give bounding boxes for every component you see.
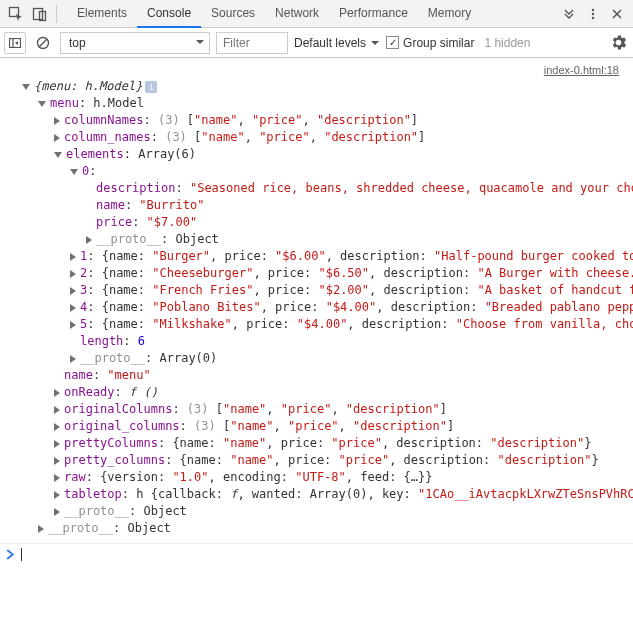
- disclosure-arrow[interactable]: [54, 423, 60, 431]
- disclosure-arrow[interactable]: [54, 457, 60, 465]
- array-length: (3): [194, 419, 216, 433]
- array-index: 4: [80, 300, 87, 314]
- object-preview: {name: "name", price: "price", descripti…: [172, 436, 591, 450]
- disclosure-arrow[interactable]: [22, 84, 30, 90]
- device-toggle-icon[interactable]: [28, 2, 52, 26]
- array-index: 2: [80, 266, 87, 280]
- checkbox-icon: ✓: [386, 36, 399, 49]
- svg-point-5: [592, 16, 594, 18]
- property-value: "menu": [107, 368, 150, 382]
- console-prompt[interactable]: [0, 543, 633, 565]
- object-preview: {version: "1.0", encoding: "UTF-8", feed…: [100, 470, 432, 484]
- property-key: raw: [64, 470, 86, 484]
- property-value: f (): [129, 385, 158, 399]
- property-key: price: [96, 215, 132, 229]
- array-index: 5: [80, 317, 87, 331]
- console-output: {menu: h.Model}i menu: h.Model columnNam…: [0, 76, 633, 543]
- property-key: __proto__: [64, 504, 129, 518]
- disclosure-arrow[interactable]: [70, 321, 76, 329]
- text-cursor: [21, 548, 22, 561]
- execution-context-select[interactable]: top: [60, 32, 210, 54]
- tab-network[interactable]: Network: [265, 0, 329, 28]
- toggle-sidebar-icon[interactable]: [4, 32, 26, 54]
- array-length: (3): [165, 130, 187, 144]
- property-value: Object: [175, 232, 218, 246]
- disclosure-arrow[interactable]: [70, 304, 76, 312]
- console-toolbar: top Default levels ✓ Group similar 1 hid…: [0, 28, 633, 58]
- close-devtools-icon[interactable]: [605, 2, 629, 26]
- chevron-down-icon: [370, 38, 380, 48]
- svg-point-4: [592, 12, 594, 14]
- disclosure-arrow[interactable]: [54, 508, 60, 516]
- group-similar-label: Group similar: [403, 36, 474, 50]
- svg-point-3: [592, 8, 594, 10]
- tab-performance[interactable]: Performance: [329, 0, 418, 28]
- property-key: elements: [66, 147, 124, 161]
- object-preview: {name: "Burger", price: "$6.00", descrip…: [102, 249, 633, 263]
- devtools-toolbar: Elements Console Sources Network Perform…: [0, 0, 633, 28]
- property-key: prettyColumns: [64, 436, 158, 450]
- gear-icon[interactable]: [607, 32, 629, 54]
- filter-input[interactable]: [216, 32, 288, 54]
- info-icon[interactable]: i: [145, 81, 157, 93]
- array-preview: ["name", "price", "description"]: [187, 113, 418, 127]
- tab-memory[interactable]: Memory: [418, 0, 481, 28]
- property-value: h.Model: [93, 96, 144, 110]
- tab-elements[interactable]: Elements: [67, 0, 137, 28]
- clear-console-icon[interactable]: [32, 32, 54, 54]
- context-value: top: [69, 36, 86, 50]
- property-key: name: [64, 368, 93, 382]
- object-preview: {name: "French Fries", price: "$2.00", d…: [102, 283, 633, 297]
- kebab-menu-icon[interactable]: [581, 2, 605, 26]
- object-preview: {name: "Poblano Bites", price: "$4.00", …: [102, 300, 633, 314]
- array-index: 1: [80, 249, 87, 263]
- property-key: __proto__: [96, 232, 161, 246]
- disclosure-arrow[interactable]: [70, 169, 78, 175]
- property-value: Object: [127, 521, 170, 535]
- disclosure-arrow[interactable]: [54, 491, 60, 499]
- disclosure-arrow[interactable]: [38, 525, 44, 533]
- group-similar-toggle[interactable]: ✓ Group similar: [386, 36, 474, 50]
- svg-rect-1: [34, 8, 43, 19]
- inspect-icon[interactable]: [4, 2, 28, 26]
- object-preview: {name: "Cheeseburger", price: "$6.50", d…: [102, 266, 633, 280]
- more-tabs-icon[interactable]: [557, 2, 581, 26]
- disclosure-arrow[interactable]: [54, 134, 60, 142]
- property-value: Array(6): [138, 147, 196, 161]
- array-length: (3): [187, 402, 209, 416]
- property-key: pretty_columns: [64, 453, 165, 467]
- property-key: tabletop: [64, 487, 122, 501]
- property-key: menu: [50, 96, 79, 110]
- disclosure-arrow[interactable]: [70, 270, 76, 278]
- source-link[interactable]: index-0.html:18: [0, 58, 633, 76]
- disclosure-arrow[interactable]: [54, 440, 60, 448]
- object-preview[interactable]: {menu: h.Model}: [34, 79, 142, 93]
- property-value: "Seasoned rice, beans, shredded cheese, …: [190, 181, 633, 195]
- tab-console[interactable]: Console: [137, 0, 201, 28]
- disclosure-arrow[interactable]: [54, 117, 60, 125]
- property-key: length: [80, 334, 123, 348]
- levels-label: Default levels: [294, 36, 366, 50]
- disclosure-arrow[interactable]: [54, 389, 60, 397]
- property-value: "Burrito": [139, 198, 204, 212]
- object-preview: {name: "name", price: "price", descripti…: [180, 453, 599, 467]
- array-index: 0: [82, 164, 89, 178]
- disclosure-arrow[interactable]: [54, 152, 62, 158]
- property-value: Array(0): [159, 351, 217, 365]
- property-key: __proto__: [48, 521, 113, 535]
- array-preview: ["name", "price", "description"]: [223, 419, 454, 433]
- disclosure-arrow[interactable]: [54, 474, 60, 482]
- property-key: onReady: [64, 385, 115, 399]
- disclosure-arrow[interactable]: [38, 101, 46, 107]
- property-key: original_columns: [64, 419, 180, 433]
- property-key: originalColumns: [64, 402, 172, 416]
- disclosure-arrow[interactable]: [54, 406, 60, 414]
- array-preview: ["name", "price", "description"]: [216, 402, 447, 416]
- disclosure-arrow[interactable]: [70, 287, 76, 295]
- disclosure-arrow[interactable]: [86, 236, 92, 244]
- disclosure-arrow[interactable]: [70, 355, 76, 363]
- tab-sources[interactable]: Sources: [201, 0, 265, 28]
- disclosure-arrow[interactable]: [70, 253, 76, 261]
- array-length: (3): [158, 113, 180, 127]
- log-levels-select[interactable]: Default levels: [294, 36, 380, 50]
